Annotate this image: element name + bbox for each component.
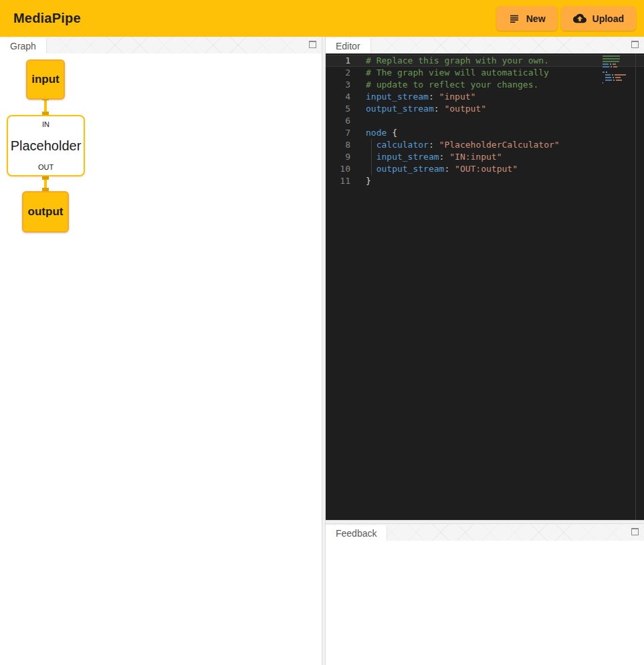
code-line-5[interactable]: 5output_stream: "output": [326, 103, 644, 115]
feedback-maximize-icon[interactable]: [631, 528, 639, 535]
code-editor[interactable]: 1# Replace this graph with your own.2# T…: [326, 53, 644, 520]
graph-maximize-icon[interactable]: [309, 41, 316, 48]
tab-editor[interactable]: Editor: [326, 38, 371, 53]
line-number: 7: [326, 127, 350, 139]
upload-button[interactable]: Upload: [561, 6, 636, 31]
editor-tab-label: Editor: [336, 41, 360, 51]
feedback-tab-label: Feedback: [336, 528, 377, 539]
graph-tab-bar: Graph: [0, 37, 322, 53]
feedback-panel: Feedback: [326, 524, 644, 665]
new-button[interactable]: New: [496, 6, 558, 31]
line-number: 6: [326, 115, 350, 127]
code-line-4[interactable]: 4input_stream: "input": [326, 91, 644, 103]
editor-panel: Editor 1# Replace this graph with your o…: [326, 37, 644, 520]
app-title: MediaPipe: [13, 11, 493, 26]
line-number: 1: [326, 55, 350, 67]
line-number: 3: [326, 79, 350, 91]
placeholder-in-port-label: IN: [42, 120, 49, 128]
graph-panel: Graph input IN Placeholder OUT output: [0, 37, 322, 665]
graph-node-output-label: output: [28, 205, 64, 219]
placeholder-out-port-label: OUT: [38, 163, 53, 171]
subject-icon: [508, 13, 520, 25]
code-line-7[interactable]: 7node {: [326, 127, 644, 139]
graph-node-placeholder[interactable]: IN Placeholder OUT: [7, 115, 85, 176]
line-number: 10: [326, 163, 350, 175]
new-button-label: New: [526, 13, 546, 24]
line-number: 9: [326, 151, 350, 163]
code-line-6[interactable]: 6: [326, 115, 644, 127]
line-number: 2: [326, 67, 350, 79]
line-number: 11: [326, 175, 350, 187]
line-number: 8: [326, 139, 350, 151]
cloud-upload-icon: [573, 13, 586, 24]
feedback-content: [326, 541, 644, 665]
graph-node-output[interactable]: output: [22, 191, 69, 233]
graph-canvas[interactable]: input IN Placeholder OUT output: [0, 53, 322, 665]
code-line-8[interactable]: 8 calculator: "PlaceholderCalculator": [326, 139, 644, 151]
editor-tab-bar: Editor: [326, 37, 644, 53]
line-number: 4: [326, 91, 350, 103]
upload-button-label: Upload: [593, 13, 624, 24]
code-line-10[interactable]: 10 output_stream: "OUT:output": [326, 163, 644, 175]
graph-node-input-label: input: [31, 73, 60, 86]
graph-node-placeholder-label: Placeholder: [11, 138, 82, 154]
right-column: Editor 1# Replace this graph with your o…: [326, 37, 644, 665]
line-number: 5: [326, 103, 350, 115]
tab-feedback[interactable]: Feedback: [326, 525, 387, 541]
app-header: MediaPipe New Upload: [0, 0, 644, 37]
tab-graph[interactable]: Graph: [0, 38, 47, 53]
minimap-divider: [635, 53, 636, 520]
code-line-2[interactable]: 2# The graph view will automatically: [326, 67, 644, 79]
code-line-1[interactable]: 1# Replace this graph with your own.: [326, 55, 644, 67]
editor-lines: 1# Replace this graph with your own.2# T…: [326, 55, 644, 187]
editor-maximize-icon[interactable]: [631, 41, 639, 48]
graph-tab-label: Graph: [10, 41, 36, 51]
graph-node-input[interactable]: input: [26, 59, 65, 100]
code-line-11[interactable]: 11}: [326, 175, 644, 187]
main-area: Graph input IN Placeholder OUT output: [0, 37, 644, 665]
feedback-tab-bar: Feedback: [326, 524, 644, 541]
editor-minimap[interactable]: [603, 55, 633, 85]
code-line-9[interactable]: 9 input_stream: "IN:input": [326, 151, 644, 163]
code-line-3[interactable]: 3# update to reflect your changes.: [326, 79, 644, 91]
